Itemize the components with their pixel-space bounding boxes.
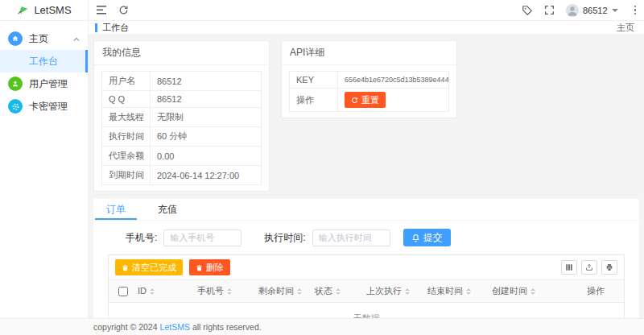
sidebar-item-user-management[interactable]: 用户管理	[0, 72, 88, 95]
sidebar-item-user-management-label: 用户管理	[29, 77, 68, 91]
sort-icon[interactable]	[227, 286, 232, 297]
sort-icon[interactable]	[466, 286, 471, 297]
clear-completed-button[interactable]: 清空已完成	[115, 259, 183, 275]
orders-panel: 订单 充值 手机号: 执行时间:	[93, 199, 639, 318]
empty-state-row: 无数据	[109, 303, 624, 318]
collapse-sidebar-icon[interactable]	[97, 6, 107, 14]
cards-row: 我的信息 用户名86512 Q Q86512 最大线程无限制 执行时间60 分钟…	[93, 40, 639, 192]
tab-bar: 订单 充值	[93, 199, 639, 221]
table-row: KEY 656e4b1e6720c5d13b5389e444a63c4f	[290, 72, 449, 89]
column-header-id[interactable]: ID	[133, 280, 192, 303]
table-row: 用户名86512	[102, 72, 262, 91]
top-bar: LetSMS	[0, 0, 644, 21]
fullscreen-icon[interactable]	[544, 5, 555, 15]
column-header-status[interactable]: 状态	[310, 280, 361, 303]
chevron-up-icon	[73, 33, 80, 44]
sort-icon[interactable]	[150, 286, 155, 297]
column-header-actions: 操作	[568, 280, 624, 303]
phone-input[interactable]	[163, 230, 242, 246]
breadcrumb-accent-bar	[95, 23, 97, 32]
tab-orders[interactable]: 订单	[105, 199, 127, 220]
breadcrumb: 工作台 主页	[89, 21, 644, 35]
column-header-created-time[interactable]: 创建时间	[487, 280, 568, 303]
main-column: 工作台 主页 我的信息 用户名86512 Q Q86512	[89, 21, 644, 318]
table-tool-icons	[561, 260, 617, 275]
sidebar-item-card-management[interactable]: 卡密管理	[0, 95, 88, 118]
exec-time-label: 执行时间:	[264, 231, 305, 245]
sort-icon[interactable]	[297, 286, 302, 297]
empty-state-text: 无数据	[109, 303, 624, 318]
orders-table-container: 清空已完成 删除	[108, 254, 625, 318]
refresh-icon	[351, 97, 358, 104]
user-menu[interactable]: 86512	[566, 4, 618, 17]
chevron-down-icon	[612, 9, 618, 15]
home-icon	[8, 31, 23, 46]
footer-brand-link[interactable]: LetSMS	[160, 322, 190, 332]
table-toolbar: 清空已完成 删除	[109, 255, 624, 280]
sidebar-item-home[interactable]: 主页	[0, 27, 88, 50]
breadcrumb-current: 工作台	[102, 22, 129, 34]
phone-label: 手机号:	[126, 231, 157, 245]
trash-icon	[196, 264, 203, 271]
submit-button[interactable]: 提交	[403, 229, 451, 246]
sidebar-item-workbench-label: 工作台	[29, 55, 58, 68]
sidebar: 主页 工作台 用户管理 卡密管理	[0, 21, 89, 318]
orders-table: ID 手机号 剩余时间 状态 上次执行 结束时间 创建时间 操作	[109, 280, 624, 318]
filter-form: 手机号: 执行时间: 提交	[126, 229, 639, 246]
refresh-icon[interactable]	[118, 5, 129, 15]
user-icon	[8, 77, 23, 91]
brand-name: LetSMS	[34, 4, 71, 16]
print-icon[interactable]	[601, 260, 617, 275]
bell-icon	[411, 234, 420, 242]
column-header-last-run[interactable]: 上次执行	[361, 280, 423, 303]
api-detail-card: API详细 KEY 656e4b1e6720c5d13b5389e444a63c…	[281, 40, 457, 118]
delete-button[interactable]: 删除	[189, 259, 230, 275]
username-label: 86512	[583, 6, 608, 15]
tag-icon[interactable]	[522, 5, 533, 16]
table-row: 执行时间60 分钟	[102, 127, 262, 147]
sidebar-item-workbench[interactable]: 工作台	[0, 50, 88, 72]
reset-key-button[interactable]: 重置	[345, 92, 386, 108]
my-info-card: 我的信息 用户名86512 Q Q86512 最大线程无限制 执行时间60 分钟…	[93, 40, 270, 192]
header-main: 86512	[89, 0, 644, 20]
content-area: 我的信息 用户名86512 Q Q86512 最大线程无限制 执行时间60 分钟…	[89, 35, 644, 318]
logo[interactable]: LetSMS	[0, 0, 89, 20]
my-info-title: 我的信息	[94, 41, 269, 65]
table-row: 代理余额0.00	[102, 147, 262, 166]
column-header-end-time[interactable]: 结束时间	[423, 280, 487, 303]
tab-recharge[interactable]: 充值	[156, 199, 179, 220]
paper-plane-logo-icon	[16, 4, 29, 17]
table-row: Q Q86512	[102, 91, 262, 108]
select-all-checkbox[interactable]	[118, 287, 128, 296]
gear-icon	[8, 99, 23, 114]
exec-time-input[interactable]	[312, 230, 390, 246]
middle-region: 主页 工作台 用户管理 卡密管理	[0, 21, 644, 318]
copyright-prefix: copyright © 2024	[93, 322, 158, 332]
filter-columns-icon[interactable]	[561, 260, 577, 275]
export-icon[interactable]	[581, 260, 597, 275]
api-detail-title: API详细	[282, 41, 456, 65]
my-info-table: 用户名86512 Q Q86512 最大线程无限制 执行时间60 分钟 代理余额…	[101, 71, 262, 185]
table-row: 到期时间2024-06-14 12:27:00	[102, 166, 262, 185]
column-header-phone[interactable]: 手机号	[192, 280, 254, 303]
sidebar-item-card-management-label: 卡密管理	[29, 100, 68, 114]
avatar	[566, 4, 579, 17]
sort-icon[interactable]	[530, 286, 535, 297]
copyright-suffix: all rights reserved.	[192, 322, 262, 332]
column-header-remaining-time[interactable]: 剩余时间	[254, 280, 310, 303]
api-key-value: 656e4b1e6720c5d13b5389e444a63c4f	[338, 72, 449, 89]
api-detail-table: KEY 656e4b1e6720c5d13b5389e444a63c4f 操作	[289, 71, 449, 112]
table-row: 最大线程无限制	[102, 108, 262, 127]
sidebar-item-home-label: 主页	[29, 32, 48, 46]
more-menu-icon[interactable]	[634, 6, 637, 15]
footer: copyright © 2024 LetSMS all rights reser…	[0, 318, 644, 335]
breadcrumb-home-link[interactable]: 主页	[617, 22, 634, 34]
sort-icon[interactable]	[336, 286, 341, 297]
table-row: 操作 重置	[290, 89, 449, 112]
app-window: LetSMS	[0, 0, 644, 335]
trash-icon	[122, 264, 129, 271]
sort-icon[interactable]	[405, 286, 410, 297]
